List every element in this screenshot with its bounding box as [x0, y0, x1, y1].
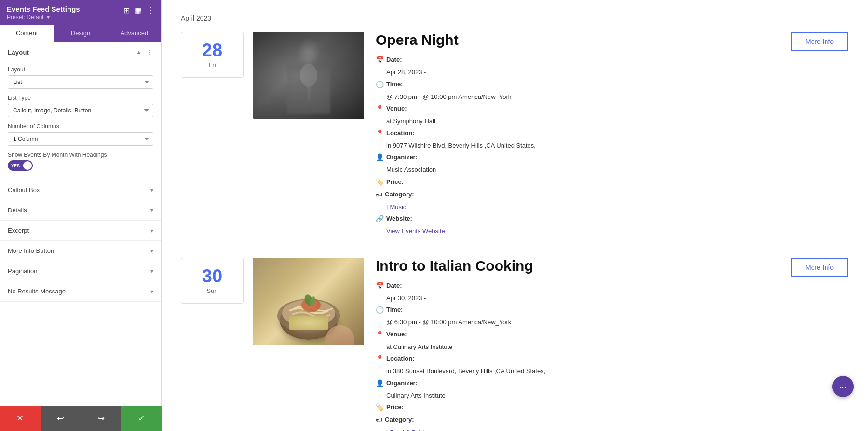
- event-details: Opera Night 📅 Date: Apr 28, 2023 - 🕐 Tim…: [376, 32, 772, 238]
- event-date-value: Apr 30, 2023 -: [376, 293, 772, 303]
- tab-advanced[interactable]: Advanced: [108, 25, 161, 42]
- link-icon: 🔗: [376, 214, 384, 224]
- event-time-meta: 🕐 Time:: [376, 80, 772, 90]
- event-more-btn-container: More Info: [791, 32, 849, 51]
- time-value: @ 7:30 pm - @ 10:00 pm America/New_York: [386, 92, 511, 102]
- details-section[interactable]: Details ▾: [0, 200, 161, 221]
- more-info-button-section[interactable]: More Info Button ▾: [0, 241, 161, 261]
- callout-box-label: Callout Box: [8, 186, 40, 194]
- event-organizer-meta: 👤 Organizer:: [376, 378, 772, 389]
- date-meta-label: Date:: [386, 55, 402, 65]
- time-value: @ 6:30 pm - @ 10:00 pm America/New_York: [386, 318, 511, 327]
- layout-field-label: Layout: [8, 66, 153, 73]
- more-options-icon[interactable]: ⋮: [147, 6, 154, 15]
- tab-design[interactable]: Design: [54, 25, 107, 42]
- time-meta-label: Time:: [386, 305, 403, 315]
- toggle-row: YES: [8, 160, 153, 171]
- venue-value: at Symphony Hall: [386, 116, 435, 126]
- sidebar-header-icons: ⊞ ▦ ⋮: [123, 6, 154, 15]
- columns-select[interactable]: 1 Column: [8, 132, 153, 146]
- website-link[interactable]: View Events Website: [386, 226, 445, 236]
- pagination-section[interactable]: Pagination ▾: [0, 261, 161, 281]
- event-organizer-meta: 👤 Organizer:: [376, 153, 772, 163]
- clock-icon: 🕐: [376, 305, 384, 315]
- event-time-meta: 🕐 Time:: [376, 305, 772, 315]
- columns-label: Number of Columns: [8, 123, 153, 130]
- layout-select[interactable]: List: [8, 75, 153, 89]
- redo-button[interactable]: ↪: [81, 406, 122, 431]
- main-content: April 2023 28 Fri Opera Night 📅 Date:: [162, 0, 868, 431]
- calendar-icon: 📅: [376, 281, 384, 291]
- calendar-icon: 📅: [376, 55, 384, 65]
- event-date-box: 30 Sun: [181, 258, 244, 304]
- event-location-value: in 380 Sunset Boulevard, Beverly Hills ,…: [376, 366, 772, 376]
- event-time-value: @ 7:30 pm - @ 10:00 pm America/New_York: [376, 92, 772, 102]
- organizer-value: Music Association: [386, 165, 436, 175]
- location-pin-icon: 📍: [376, 330, 384, 340]
- date-value: Apr 30, 2023 -: [386, 293, 426, 303]
- category-meta-label: Category:: [385, 190, 414, 199]
- more-info-button[interactable]: More Info: [791, 258, 848, 277]
- location-value: in 9077 Wilshire Blvd, Beverly Hills ,CA…: [386, 141, 536, 151]
- save-button[interactable]: ✓: [121, 406, 162, 431]
- sidebar-tabs: Content Design Advanced: [0, 25, 161, 42]
- category-pipe: |: [386, 202, 388, 212]
- pagination-chevron-icon: ▾: [150, 268, 153, 275]
- layout-chevron-icon: ▲: [136, 49, 142, 56]
- responsive-icon[interactable]: ⊞: [123, 6, 130, 15]
- event-date-day: Sun: [186, 287, 238, 294]
- organizer-meta-label: Organizer:: [386, 153, 418, 162]
- venue-meta-label: Venue:: [386, 104, 407, 113]
- sidebar-title: Events Feed Settings: [7, 5, 80, 13]
- event-organizer-value: Culinary Arts Institute: [376, 391, 772, 401]
- close-button[interactable]: ✕: [0, 406, 41, 431]
- event-organizer-value: Music Association: [376, 165, 772, 175]
- event-title: Intro to Italian Cooking: [376, 258, 772, 274]
- price-meta-label: Price:: [386, 177, 404, 187]
- event-date-box: 28 Fri: [181, 32, 244, 78]
- more-info-button[interactable]: More Info: [791, 32, 848, 51]
- callout-box-chevron-icon: ▾: [150, 187, 153, 194]
- layout-dots-icon[interactable]: ⋮: [147, 48, 153, 56]
- layout-section-header[interactable]: Layout ▲ ⋮: [0, 42, 161, 61]
- tab-content[interactable]: Content: [0, 25, 54, 42]
- excerpt-section[interactable]: Excerpt ▾: [0, 221, 161, 241]
- sidebar-header: Events Feed Settings Preset: Default ▾ ⊞…: [0, 0, 161, 25]
- event-price-meta: 🏷️ Price:: [376, 177, 772, 187]
- category-pipe: |: [386, 428, 388, 431]
- category-link[interactable]: Music: [390, 202, 406, 212]
- svg-point-2: [301, 100, 316, 104]
- event-date-meta: 📅 Date:: [376, 281, 772, 291]
- sidebar-footer: ✕ ↩ ↪ ✓: [0, 406, 162, 431]
- event-venue-value: at Culinary Arts Institute: [376, 342, 772, 352]
- event-website-value: View Events Website: [376, 226, 772, 236]
- list-type-select[interactable]: Callout, Image, Details, Button: [8, 104, 153, 117]
- toggle-knob: [23, 161, 32, 170]
- event-time-value: @ 6:30 pm - @ 10:00 pm America/New_York: [376, 318, 772, 327]
- toggle-yes-label: YES: [11, 163, 20, 168]
- floating-action-button[interactable]: ···: [832, 376, 854, 397]
- events-by-month-toggle[interactable]: YES: [8, 160, 33, 171]
- event-date-value: Apr 28, 2023 -: [376, 68, 772, 77]
- price-icon: 🏷️: [376, 403, 384, 413]
- grid-icon[interactable]: ▦: [135, 6, 142, 15]
- no-results-section[interactable]: No Results Message ▾: [0, 281, 161, 302]
- event-category-meta: 🏷 Category:: [376, 190, 772, 200]
- svg-point-0: [300, 64, 317, 87]
- time-meta-label: Time:: [386, 80, 403, 89]
- clock-icon: 🕐: [376, 80, 384, 90]
- category-link[interactable]: Food & Drink: [390, 428, 426, 431]
- toggle-field-group: Show Events By Month With Headings YES: [8, 152, 153, 171]
- location-meta-label: Location:: [386, 354, 415, 363]
- svg-rect-1: [307, 87, 311, 101]
- month-heading: April 2023: [181, 14, 849, 22]
- preset-selector[interactable]: Preset: Default ▾: [7, 14, 80, 21]
- category-meta-label: Category:: [385, 415, 414, 425]
- event-title: Opera Night: [376, 32, 772, 48]
- event-price-meta: 🏷️ Price:: [376, 403, 772, 413]
- no-results-label: No Results Message: [8, 288, 66, 295]
- undo-button[interactable]: ↩: [41, 406, 81, 431]
- event-category-value: | Music: [376, 202, 772, 212]
- callout-box-section[interactable]: Callout Box ▾: [0, 180, 161, 200]
- organizer-value: Culinary Arts Institute: [386, 391, 446, 401]
